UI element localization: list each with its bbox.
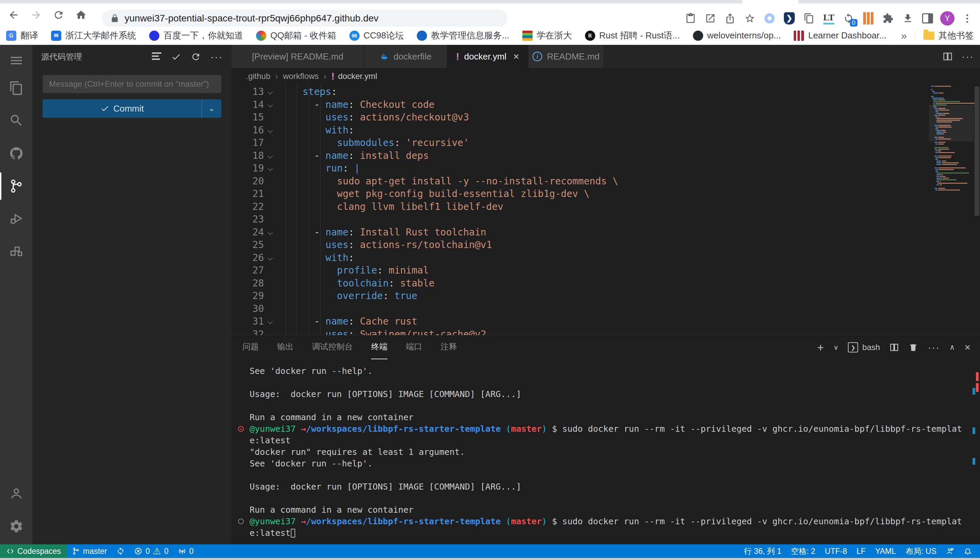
code-line[interactable]: 25 uses: actions-rs/toolchain@v1	[232, 238, 929, 252]
run-debug-icon[interactable]	[0, 205, 32, 232]
commit-check-icon[interactable]	[171, 52, 181, 62]
code-line[interactable]: 18 - name: install deps	[232, 149, 929, 162]
terminal-content[interactable]: See 'docker run --help'.Usage: docker ru…	[232, 359, 971, 560]
bookmark-item[interactable]: 98CC98论坛	[350, 30, 404, 42]
minimap-viewport[interactable]	[929, 105, 974, 142]
fold-chevron-icon[interactable]	[268, 167, 273, 171]
panel-tab-终端[interactable]: 终端	[371, 335, 388, 359]
source-control-icon[interactable]	[0, 172, 32, 200]
code-line[interactable]: 30	[232, 302, 929, 315]
search-icon[interactable]	[0, 107, 32, 134]
code-line[interactable]: 28 toolchain: stable	[232, 277, 929, 290]
problems-indicator[interactable]: 0 0	[129, 544, 173, 558]
code-line[interactable]: 13 steps:	[232, 85, 929, 98]
code-line[interactable]: 31 - name: Cache rust	[232, 315, 929, 328]
notifications-button[interactable]	[959, 544, 977, 558]
cursor-position[interactable]: 行 36, 列 1	[739, 544, 786, 558]
bookmark-item[interactable]: 教学管理信息服务...	[417, 30, 509, 42]
profile-avatar[interactable]: Y	[940, 11, 955, 26]
bookmark-item[interactable]: 百度一下，你就知道	[149, 30, 243, 42]
fold-chevron-icon[interactable]	[268, 154, 273, 158]
extension-languagetool-icon[interactable]: LT	[821, 11, 836, 26]
code-line[interactable]: 27 profile: minimal	[232, 264, 929, 277]
code-line[interactable]: 17 submodules: 'recursive'	[232, 137, 929, 149]
fold-chevron-icon[interactable]	[268, 128, 273, 133]
split-terminal-icon[interactable]	[890, 343, 899, 352]
open-in-new-icon[interactable]	[703, 11, 718, 26]
code-line[interactable]: 22 clang llvm libelf1 libelf-dev	[232, 200, 929, 213]
close-tab-icon[interactable]: ×	[513, 51, 519, 62]
split-editor-icon[interactable]	[943, 52, 953, 62]
eol-setting[interactable]: LF	[851, 544, 870, 558]
panel-tab-端口[interactable]: 端口	[406, 335, 422, 359]
other-bookmarks-button[interactable]: 其他书签	[923, 30, 974, 42]
code-line[interactable]: 19 run: |	[232, 162, 929, 175]
kill-terminal-trash-icon[interactable]	[908, 343, 918, 352]
feedback-button[interactable]	[941, 544, 959, 558]
home-button[interactable]	[72, 6, 90, 24]
breadcrumb-folder[interactable]: workflows	[283, 72, 319, 81]
sync-button[interactable]	[112, 544, 129, 558]
account-icon[interactable]	[0, 480, 32, 507]
bookmark-item[interactable]: QQ邮箱 - 收件箱	[256, 30, 336, 42]
bookmark-item[interactable]: RRust 招聘 - Rust语...	[585, 30, 680, 42]
bookmark-item[interactable]: G翻译	[6, 30, 38, 42]
bookmark-item[interactable]: ✉浙江大学邮件系统	[51, 30, 136, 42]
breadcrumb-file[interactable]: docker.yml	[338, 72, 377, 81]
encoding-setting[interactable]: UTF-8	[820, 544, 851, 558]
forward-button[interactable]	[27, 6, 45, 24]
bookmarks-overflow-chevron[interactable]: »	[901, 30, 907, 42]
extension-columns-icon[interactable]	[861, 11, 876, 26]
fold-chevron-icon[interactable]	[268, 90, 273, 95]
extension-copy-icon[interactable]	[801, 11, 816, 26]
github-icon[interactable]	[0, 140, 32, 167]
tab-docker-yml[interactable]: !docker.yml×	[447, 45, 528, 68]
bookmark-item[interactable]: 学在浙大	[522, 30, 572, 42]
code-line[interactable]: 24 - name: Install Rust toolchain	[232, 226, 929, 239]
branch-indicator[interactable]: master	[67, 544, 112, 558]
commit-dropdown-chevron[interactable]: ⌄	[202, 99, 221, 118]
terminal-instance-bash[interactable]: ❯ bash	[848, 342, 880, 352]
panel-tab-调试控制台[interactable]: 调试控制台	[312, 335, 353, 359]
refresh-icon[interactable]	[191, 52, 201, 62]
panel-tab-问题[interactable]: 问题	[242, 335, 259, 359]
share-icon[interactable]	[722, 11, 738, 26]
menu-hamburger-icon[interactable]	[0, 47, 32, 74]
commit-button[interactable]: Commit ⌄	[43, 99, 221, 118]
back-button[interactable]	[5, 6, 22, 24]
bookmark-star-icon[interactable]	[743, 11, 757, 26]
panel-tab-输出[interactable]: 输出	[277, 335, 294, 359]
close-panel-icon[interactable]: ×	[964, 342, 970, 353]
browser-menu-icon[interactable]	[960, 11, 975, 26]
code-line[interactable]: 20 sudo apt-get install -y --no-install-…	[232, 175, 929, 188]
extension-shield-icon[interactable]: ❯	[782, 11, 797, 26]
code-line[interactable]: 21 wget pkg-config build-essential zlib1…	[232, 187, 929, 200]
explorer-icon[interactable]	[0, 75, 32, 102]
bookmark-item[interactable]: weloveinterns/op...	[693, 30, 781, 41]
breadcrumb-folder[interactable]: .github	[246, 72, 270, 81]
settings-gear-icon[interactable]	[0, 513, 32, 540]
language-mode[interactable]: YAML	[870, 544, 901, 558]
clipboard-icon[interactable]	[683, 11, 698, 26]
breadcrumb[interactable]: .github › workflows › ! docker.yml	[232, 68, 980, 84]
panel-more-actions-icon[interactable]: ···	[928, 342, 940, 353]
remote-indicator[interactable]: Codespaces	[0, 544, 67, 558]
commit-message-input[interactable]	[43, 75, 221, 93]
extensions-icon[interactable]	[0, 238, 32, 265]
address-bar[interactable]: yunwei37-potential-space-trout-rpr5qwj66…	[102, 10, 507, 27]
more-actions-icon[interactable]: ···	[211, 51, 223, 63]
new-terminal-icon[interactable]: +	[817, 341, 824, 354]
panel-tab-注释[interactable]: 注释	[441, 335, 457, 359]
fold-chevron-icon[interactable]	[268, 320, 273, 324]
tab-dockerfile[interactable]: dockerfile	[364, 45, 447, 68]
extensions-puzzle-icon[interactable]	[881, 11, 896, 26]
code-line[interactable]: 23	[232, 213, 929, 226]
tab-readme-md[interactable]: iREADME.md	[528, 45, 604, 68]
code-line[interactable]: 15 uses: actions/checkout@v3	[232, 111, 929, 124]
code-line[interactable]: 14 - name: Checkout code	[232, 98, 929, 111]
fold-chevron-icon[interactable]	[268, 103, 273, 108]
extension-sync-icon[interactable]: 0	[841, 11, 856, 26]
code-line[interactable]: 26 with:	[232, 252, 929, 264]
fold-chevron-icon[interactable]	[268, 256, 273, 261]
downloads-icon[interactable]	[900, 11, 915, 26]
